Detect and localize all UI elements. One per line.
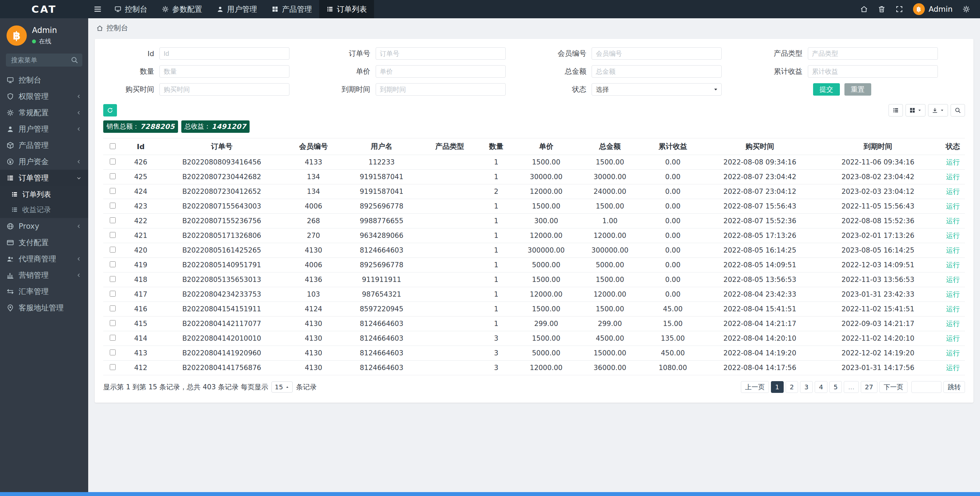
submit-button[interactable]: 提交 — [813, 83, 840, 96]
page-button-4[interactable]: 4 — [815, 381, 827, 393]
cell — [420, 184, 479, 199]
refresh-button[interactable] — [103, 104, 117, 117]
sidebar-toggle-button[interactable] — [88, 0, 107, 18]
topnav-users[interactable]: 用户管理 — [209, 0, 264, 18]
sidebar-item-console[interactable]: 控制台 — [0, 72, 88, 88]
sidebar-item-agent-mgmt[interactable]: 代理商管理 — [0, 250, 88, 267]
next-page-button[interactable]: 下一页 — [880, 381, 907, 393]
column-header[interactable]: 产品类型 — [420, 138, 479, 155]
cell: 421 — [122, 228, 159, 243]
page-button-3[interactable]: 3 — [800, 381, 813, 393]
admin-menu[interactable]: ฿ Admin — [913, 3, 953, 15]
column-header[interactable]: 总金额 — [579, 138, 641, 155]
row-checkbox[interactable] — [110, 232, 116, 238]
sidebar-item-payment-config[interactable]: 支付配置 — [0, 234, 88, 250]
table-row: 417B20220804234233753103987654321112000.… — [103, 287, 965, 302]
row-checkbox[interactable] — [110, 188, 116, 194]
home-icon[interactable] — [860, 5, 868, 13]
topnav-console[interactable]: 控制台 — [107, 0, 154, 18]
row-checkbox[interactable] — [110, 217, 116, 223]
column-header[interactable]: Id — [122, 138, 159, 155]
table-search-button[interactable] — [951, 104, 965, 117]
cell: 0.00 — [641, 258, 705, 273]
settings-gear-icon[interactable] — [963, 5, 970, 13]
total-amount-input[interactable] — [592, 65, 722, 78]
sidebar-item-product-mgmt[interactable]: 产品管理 — [0, 137, 88, 154]
sidebar-item-service-address[interactable]: 客服地址管理 — [0, 300, 88, 316]
column-header[interactable]: 会员编号 — [284, 138, 343, 155]
caret-down-icon — [713, 87, 719, 92]
reset-button[interactable]: 重置 — [845, 83, 871, 96]
row-checkbox[interactable] — [110, 247, 116, 253]
topnav-orders[interactable]: 订单列表 — [319, 0, 374, 18]
page-button-27[interactable]: 27 — [861, 381, 877, 393]
filter-field-quantity: 数量 — [103, 65, 317, 78]
column-header[interactable]: 用户名 — [343, 138, 420, 155]
buy-time-input[interactable] — [159, 83, 290, 96]
trash-icon[interactable] — [878, 5, 886, 13]
sidebar-item-user-mgmt[interactable]: 用户管理 — [0, 121, 88, 137]
jump-button[interactable]: 跳转 — [943, 381, 965, 393]
total-profit-input[interactable] — [808, 65, 938, 78]
row-checkbox[interactable] — [110, 158, 116, 165]
sidebar-item-auth[interactable]: 权限管理 — [0, 88, 88, 105]
sidebar-item-profit-records[interactable]: 收益记录 — [0, 202, 88, 217]
row-checkbox[interactable] — [110, 306, 116, 311]
member-no-input[interactable] — [592, 47, 722, 60]
row-checkbox[interactable] — [110, 276, 116, 282]
expire-time-input[interactable] — [375, 83, 506, 96]
sidebar-item-label: 用户管理 — [19, 124, 49, 134]
prev-page-button[interactable]: 上一页 — [741, 381, 769, 393]
filter-label: Id — [103, 49, 159, 58]
checkbox-cell — [103, 184, 122, 199]
row-checkbox[interactable] — [110, 364, 116, 370]
page-button-2[interactable]: 2 — [786, 381, 799, 393]
sidebar-item-marketing[interactable]: 营销管理 — [0, 267, 88, 283]
cell: 12000.00 — [514, 361, 579, 375]
checkbox-cell — [103, 346, 122, 361]
export-button[interactable] — [928, 104, 948, 117]
status-select[interactable]: 选择 — [592, 83, 722, 96]
view-toggle-button[interactable] — [889, 104, 903, 117]
product-type-input[interactable] — [808, 47, 938, 60]
sidebar-item-order-list[interactable]: 订单列表 — [0, 187, 88, 202]
row-checkbox[interactable] — [110, 320, 116, 326]
page-size-select[interactable]: 15 — [272, 382, 293, 393]
column-header[interactable]: 订单号 — [159, 138, 284, 155]
status-cell: 运行 — [941, 317, 965, 331]
topnav-params[interactable]: 参数配置 — [154, 0, 209, 18]
row-checkbox[interactable] — [110, 203, 116, 209]
jump-page-input[interactable] — [912, 381, 942, 393]
select-all-checkbox[interactable] — [110, 143, 116, 149]
columns-button[interactable] — [905, 104, 926, 117]
row-checkbox[interactable] — [110, 291, 116, 296]
order-no-input[interactable] — [375, 47, 506, 60]
sidebar-item-proxy[interactable]: Proxy — [0, 218, 88, 234]
page-button-5[interactable]: 5 — [829, 381, 842, 393]
unit-price-input[interactable] — [375, 65, 506, 78]
row-checkbox[interactable] — [110, 173, 116, 179]
status-cell: 运行 — [941, 155, 965, 170]
fullscreen-icon[interactable] — [896, 5, 903, 13]
sidebar-item-order-mgmt[interactable]: 订单管理 — [0, 170, 88, 186]
row-checkbox[interactable] — [110, 335, 116, 341]
search-icon[interactable] — [70, 56, 78, 64]
column-header[interactable]: 购买时间 — [705, 138, 815, 155]
page-button-1[interactable]: 1 — [771, 381, 784, 393]
row-checkbox[interactable] — [110, 350, 116, 355]
sidebar-item-user-funds[interactable]: 用户资金 — [0, 154, 88, 170]
id-input[interactable] — [159, 47, 290, 60]
column-header[interactable]: 累计收益 — [641, 138, 705, 155]
column-header[interactable]: 数量 — [479, 138, 514, 155]
cell: B20220807155236756 — [159, 214, 284, 228]
quantity-input[interactable] — [159, 65, 290, 78]
row-checkbox[interactable] — [110, 261, 116, 267]
topnav-products[interactable]: 产品管理 — [264, 0, 319, 18]
sidebar-item-general-config[interactable]: 常规配置 — [0, 105, 88, 121]
column-header[interactable]: 单价 — [514, 138, 579, 155]
column-header[interactable]: 到期时间 — [815, 138, 941, 155]
sidebar-item-exchange-rate[interactable]: 汇率管理 — [0, 283, 88, 300]
column-header[interactable]: 状态 — [941, 138, 965, 155]
hamburger-icon — [94, 5, 102, 13]
cell: 414 — [122, 331, 159, 346]
